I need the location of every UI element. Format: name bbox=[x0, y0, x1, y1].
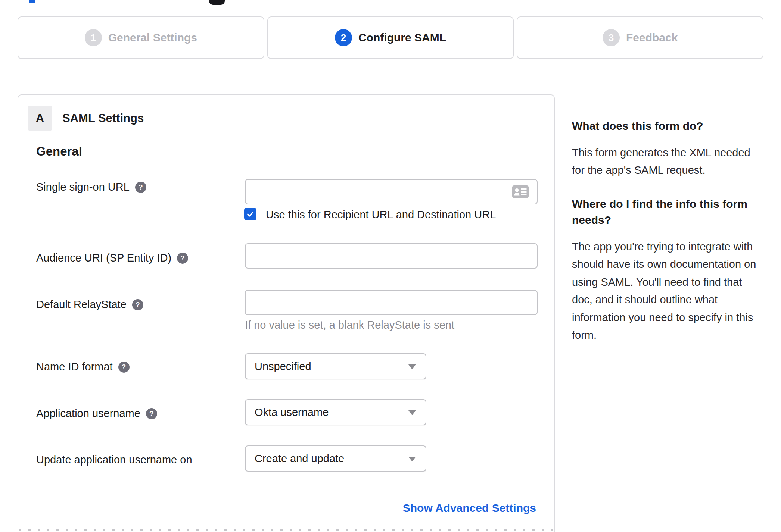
cropped-header-fragment-blue bbox=[29, 0, 35, 3]
single-sign-on-url-input[interactable] bbox=[245, 179, 538, 204]
help-body-where: The app you're trying to integrate with … bbox=[572, 238, 760, 344]
recipient-destination-checkbox[interactable] bbox=[244, 208, 256, 220]
help-icon[interactable]: ? bbox=[132, 299, 143, 310]
single-sign-on-url-label: Single sign-on URL ? bbox=[36, 181, 146, 193]
general-group-title: General bbox=[36, 144, 82, 159]
help-heading-what: What does this form do? bbox=[572, 118, 760, 134]
step-number-badge: 3 bbox=[603, 29, 620, 46]
configure-saml-page: 1 General Settings 2 Configure SAML 3 Fe… bbox=[0, 0, 781, 532]
name-id-format-select[interactable]: Unspecified bbox=[245, 353, 426, 379]
application-username-select[interactable]: Okta username bbox=[245, 399, 426, 425]
step-label: Configure SAML bbox=[358, 31, 446, 44]
step-label: Feedback bbox=[626, 31, 678, 44]
relaystate-hint: If no value is set, a blank RelayState i… bbox=[245, 319, 454, 331]
label-text: Application username bbox=[36, 407, 140, 420]
selected-value: Unspecified bbox=[255, 360, 311, 373]
help-heading-where: Where do I find the info this form needs… bbox=[572, 196, 760, 228]
audience-uri-input[interactable] bbox=[245, 243, 538, 269]
label-text: Default RelayState bbox=[36, 298, 127, 311]
step-label: General Settings bbox=[108, 31, 197, 44]
section-title: SAML Settings bbox=[62, 112, 144, 125]
recipient-destination-checkbox-label: Use this for Recipient URL and Destinati… bbox=[266, 209, 496, 221]
single-sign-on-url-field bbox=[245, 179, 538, 204]
step-number-badge: 2 bbox=[335, 29, 352, 46]
contact-card-icon bbox=[512, 185, 529, 198]
cropped-header-fragment-dark bbox=[209, 0, 225, 5]
label-text: Single sign-on URL bbox=[36, 181, 130, 193]
show-advanced-settings-link[interactable]: Show Advanced Settings bbox=[403, 502, 536, 514]
chevron-down-icon bbox=[408, 410, 416, 415]
selected-value: Create and update bbox=[255, 453, 344, 465]
wizard-stepper: 1 General Settings 2 Configure SAML 3 Fe… bbox=[18, 16, 763, 59]
step-general-settings[interactable]: 1 General Settings bbox=[18, 16, 264, 59]
update-application-username-select[interactable]: Create and update bbox=[245, 445, 426, 472]
application-username-label: Application username ? bbox=[36, 407, 157, 420]
chevron-down-icon bbox=[408, 364, 416, 369]
section-dotted-divider bbox=[19, 529, 553, 531]
help-icon[interactable]: ? bbox=[135, 182, 146, 193]
help-icon[interactable]: ? bbox=[118, 362, 130, 373]
help-icon[interactable]: ? bbox=[146, 408, 157, 419]
label-text: Update application username on bbox=[36, 454, 192, 466]
saml-settings-panel: A SAML Settings General Single sign-on U… bbox=[18, 94, 555, 532]
label-text: Audience URI (SP Entity ID) bbox=[36, 252, 171, 264]
selected-value: Okta username bbox=[255, 406, 329, 419]
label-text: Name ID format bbox=[36, 361, 113, 373]
update-application-username-label: Update application username on bbox=[36, 454, 192, 466]
chevron-down-icon bbox=[408, 457, 416, 461]
step-feedback[interactable]: 3 Feedback bbox=[517, 16, 763, 59]
name-id-format-label: Name ID format ? bbox=[36, 361, 130, 373]
default-relaystate-label: Default RelayState ? bbox=[36, 298, 143, 311]
help-icon[interactable]: ? bbox=[177, 253, 188, 264]
check-icon bbox=[246, 210, 255, 218]
default-relaystate-input[interactable] bbox=[245, 290, 538, 315]
help-body-what: This form generates the XML needed for t… bbox=[572, 144, 760, 179]
step-number-badge: 1 bbox=[85, 29, 102, 46]
step-configure-saml[interactable]: 2 Configure SAML bbox=[267, 16, 514, 59]
audience-uri-label: Audience URI (SP Entity ID) ? bbox=[36, 252, 188, 264]
help-sidebar: What does this form do? This form genera… bbox=[572, 118, 760, 361]
section-a-badge: A bbox=[28, 106, 52, 131]
